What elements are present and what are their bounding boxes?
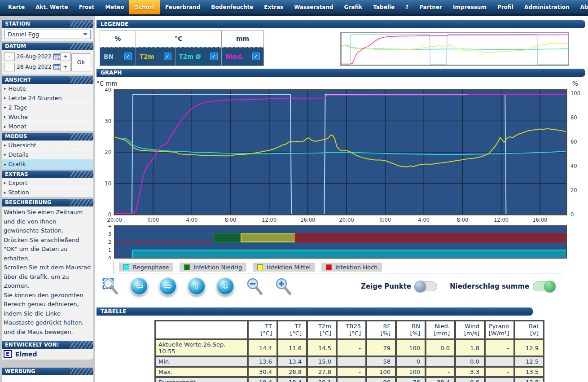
ansicht-item-2-tage[interactable]: ▸2 Tage <box>2 103 93 112</box>
zoom-in-button[interactable] <box>274 277 293 296</box>
date-from-minus-button[interactable]: - <box>4 53 15 61</box>
station-panel: STATION Daniel Egg <box>2 20 93 41</box>
value-cell: - <box>485 378 514 382</box>
arrow-right-icon: ▸ <box>4 124 6 129</box>
arrow-right-icon: ▸ <box>4 152 6 157</box>
modus-item-bersicht[interactable]: ▸Übersicht <box>2 141 93 150</box>
series-checkbox[interactable] <box>164 53 171 60</box>
chevron-down-icon <box>83 33 88 38</box>
ansicht-item-woche[interactable]: ▸Woche <box>2 112 93 122</box>
tab-extras[interactable]: Extras <box>259 0 289 14</box>
pan-right-button[interactable]: ⇨ <box>159 277 177 295</box>
right-axis-tick-label: 60 <box>570 139 577 145</box>
date-to-plus-button[interactable]: + <box>60 63 71 71</box>
overview-chart[interactable] <box>340 32 569 66</box>
pan-left-button[interactable]: ⇦ <box>130 277 148 295</box>
row-label: Max. <box>155 367 247 377</box>
date-from-row: - 26-Aug-2022 + <box>4 52 71 61</box>
value-cell: 20.1 <box>307 378 336 382</box>
value-cell: 3.3 <box>456 367 484 377</box>
main-chart[interactable]: 01020304002040608010020:000:004:008:0012… <box>95 88 588 225</box>
value-cell: 58 <box>367 357 395 366</box>
tab-akt-werte[interactable]: Akt. Werte <box>30 0 73 14</box>
series-checkbox[interactable] <box>124 53 132 60</box>
tab-wasserstand[interactable]: Wasserstand <box>289 0 338 14</box>
beschreibung-panel: BESCHREIBUNG Wählen Sie einen Zeitraum u… <box>2 199 93 341</box>
legend-cell-bn: BN <box>100 47 136 66</box>
zoom-out-button[interactable] <box>245 277 264 296</box>
phase-color-swatch <box>326 264 332 270</box>
calendar-icon[interactable] <box>53 64 60 70</box>
precip-sum-toggle[interactable] <box>533 281 555 291</box>
tab-partner[interactable]: Partner <box>414 0 448 14</box>
tab-item[interactable]: ? <box>400 0 414 14</box>
value-cell: 27.8 <box>307 367 336 377</box>
tab-grafik[interactable]: Grafik <box>339 0 368 14</box>
ansicht-panel-header: ANSICHT <box>2 76 93 84</box>
left-axis-unit-label: °C mm <box>97 80 118 87</box>
show-points-toggle[interactable] <box>415 281 437 291</box>
value-cell: - <box>337 367 366 377</box>
value-cell: 13.4 <box>278 357 307 366</box>
zoom-reset-button[interactable] <box>101 277 120 296</box>
date-to-value[interactable]: 28-Aug-2022 <box>17 64 52 70</box>
extras-item-export[interactable]: ▸Export <box>2 178 93 188</box>
tab-schorf[interactable]: Schorf <box>129 0 160 14</box>
date-from-plus-button[interactable]: + <box>60 53 71 61</box>
beschreibung-text: Wählen Sie einen Zeitraum und die von Ih… <box>2 206 93 341</box>
date-from-value[interactable]: 26-Aug-2022 <box>17 53 52 60</box>
value-cell: 18.4 <box>278 378 307 382</box>
ansicht-item-letzte-24-stunden[interactable]: ▸Letzte 24 Stunden <box>2 93 93 103</box>
calendar-icon[interactable] <box>53 53 60 60</box>
strip-axis-tick-label: 4 <box>108 225 111 229</box>
right-axis-tick-label: 80 <box>570 114 577 121</box>
pan-down-button[interactable]: ⇩ <box>216 277 234 295</box>
ansicht-item-monat[interactable]: ▸Monat <box>2 122 93 131</box>
x-axis-tick-label: 16:00 <box>532 217 547 223</box>
phase-chip-infektion-niedrig: Infektion Niedrig <box>180 263 246 272</box>
overview-series-t2m <box>342 43 568 53</box>
date-to-minus-button[interactable]: - <box>4 63 15 71</box>
top-navigation: KarteAkt. WerteFrostMeteoSchorfFeuerbran… <box>0 0 588 14</box>
value-cell: - <box>337 378 366 382</box>
infection-phase-chart[interactable]: 01234 <box>95 225 588 259</box>
item-label: Export <box>9 180 28 186</box>
tab-profil[interactable]: Profil <box>492 0 519 14</box>
phase-chip-label: Infektion Mittel <box>267 264 311 271</box>
tab-karte[interactable]: Karte <box>3 0 30 14</box>
value-cell: 79 <box>367 340 395 356</box>
tab-meteo[interactable]: Meteo <box>100 0 129 14</box>
tab-administration[interactable]: Administration <box>519 0 575 14</box>
ansicht-item-heute[interactable]: ▸Heute <box>2 84 93 93</box>
ok-button[interactable]: Ok <box>71 53 90 71</box>
unit-percent: % <box>100 31 136 47</box>
value-cell: 100 <box>396 340 425 356</box>
tab-tabelle[interactable]: Tabelle <box>368 0 400 14</box>
entwickelt-panel: ENTWICKELT VON: E Elmed <box>2 341 93 360</box>
tab-bodenfeuchte[interactable]: Bodenfeuchte <box>206 0 259 14</box>
station-panel-header: STATION <box>2 20 93 28</box>
series-checkbox[interactable] <box>252 53 260 60</box>
pan-up-button[interactable]: ⇧ <box>188 277 206 295</box>
legend-series-t2m: T2m Ø <box>179 53 218 60</box>
tab-impressum[interactable]: Impressum <box>448 0 492 14</box>
unit-mm: mm <box>222 31 264 47</box>
extras-item-station[interactable]: ▸Station <box>2 188 93 197</box>
value-cell: 0.0 <box>426 340 455 356</box>
tab-frost[interactable]: Frost <box>74 0 100 14</box>
modus-item-grafik[interactable]: ▸Grafik <box>2 159 93 169</box>
phase-legend: RegenphaseInfektion NiedrigInfektion Mit… <box>113 261 564 273</box>
value-cell: 12.8 <box>515 378 544 382</box>
tab-feuerbrand[interactable]: Feuerbrand <box>160 0 206 14</box>
station-select[interactable]: Daniel Egg <box>4 30 91 39</box>
modus-item-details[interactable]: ▸Details <box>2 150 93 159</box>
series-checkbox[interactable] <box>210 53 218 60</box>
column-header-bat: Bat[V] <box>515 321 544 339</box>
value-cell: 100 <box>396 367 425 377</box>
item-label: Details <box>9 151 29 158</box>
right-axis-unit-label: % <box>572 80 578 87</box>
tab-abmelden[interactable]: Abmelden <box>575 0 588 14</box>
table-row-max: Max.30.428.827.8-100100-3.3-13.5 <box>155 367 544 377</box>
developer-name[interactable]: Elmed <box>15 351 37 358</box>
x-axis-tick-label: 0:00 <box>379 217 391 223</box>
